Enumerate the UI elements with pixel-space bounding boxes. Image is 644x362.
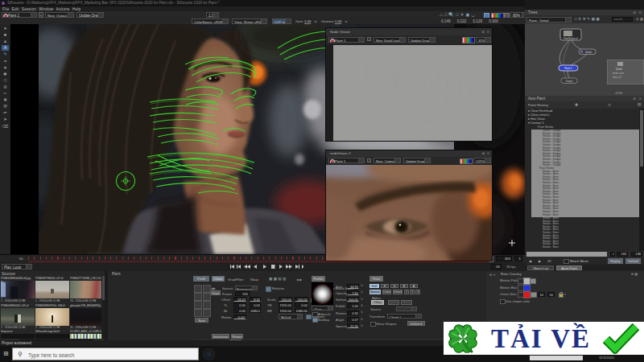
svg-text:Output: Output (565, 80, 572, 83)
svg-text:PaintStrokes.tif: PaintStrokes.tif (564, 37, 578, 40)
svg-text:Paint 1: Paint 1 (564, 67, 572, 70)
svg-text:Detail: Detail (585, 51, 592, 54)
